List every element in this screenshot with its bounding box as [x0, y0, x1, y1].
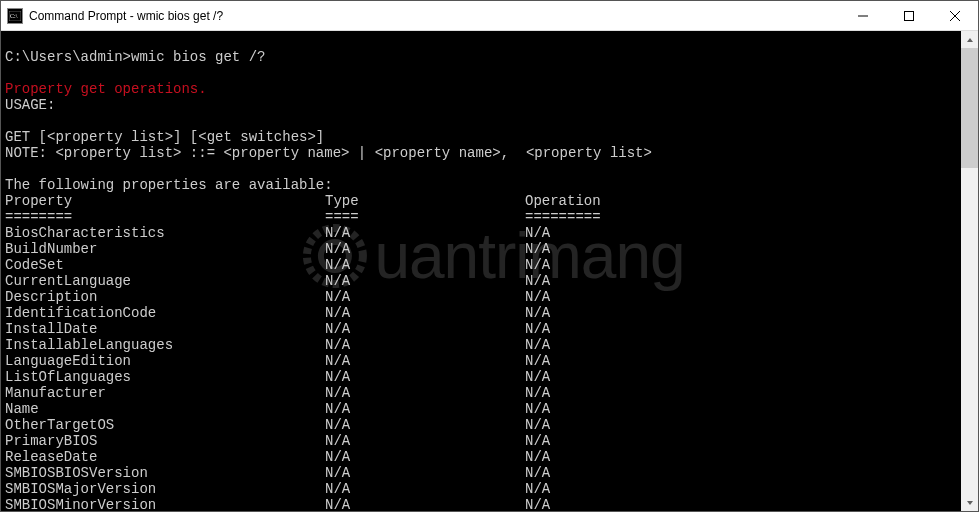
cell-property: BiosCharacteristics: [5, 225, 325, 241]
cell-property: ListOfLanguages: [5, 369, 325, 385]
table-row: DescriptionN/AN/A: [5, 289, 974, 305]
cell-operation: N/A: [525, 465, 974, 481]
minimize-button[interactable]: [840, 1, 886, 30]
cell-type: N/A: [325, 289, 525, 305]
scroll-up-button[interactable]: [961, 31, 978, 48]
table-row: ListOfLanguagesN/AN/A: [5, 369, 974, 385]
maximize-button[interactable]: [886, 1, 932, 30]
cell-operation: N/A: [525, 289, 974, 305]
cell-operation: N/A: [525, 481, 974, 497]
cell-property: CodeSet: [5, 257, 325, 273]
table-row: CurrentLanguageN/AN/A: [5, 273, 974, 289]
cell-type: N/A: [325, 449, 525, 465]
header-operation: Operation: [525, 193, 974, 209]
cell-property: LanguageEdition: [5, 353, 325, 369]
table-header: PropertyTypeOperation: [5, 193, 974, 209]
table-row: SMBIOSMajorVersionN/AN/A: [5, 481, 974, 497]
terminal-output[interactable]: C:\Users\admin>wmic bios get /? Property…: [1, 31, 978, 511]
cell-property: InstallableLanguages: [5, 337, 325, 353]
cmd-icon: C:\: [7, 8, 23, 24]
table-row: InstallableLanguagesN/AN/A: [5, 337, 974, 353]
table-row: IdentificationCodeN/AN/A: [5, 305, 974, 321]
titlebar[interactable]: C:\ Command Prompt - wmic bios get /?: [1, 1, 978, 31]
cell-property: Description: [5, 289, 325, 305]
cell-property: SMBIOSMinorVersion: [5, 497, 325, 511]
titlebar-controls: [840, 1, 978, 30]
cell-type: N/A: [325, 321, 525, 337]
scroll-thumb[interactable]: [961, 48, 978, 168]
header-type: Type: [325, 193, 525, 209]
usage-label: USAGE:: [5, 97, 55, 113]
table-row: ManufacturerN/AN/A: [5, 385, 974, 401]
note-line: NOTE: <property list> ::= <property name…: [5, 145, 652, 161]
cell-operation: N/A: [525, 305, 974, 321]
scroll-track[interactable]: [961, 48, 978, 494]
header-property: Property: [5, 193, 325, 209]
cell-operation: N/A: [525, 385, 974, 401]
cell-property: CurrentLanguage: [5, 273, 325, 289]
cell-type: N/A: [325, 353, 525, 369]
svg-marker-6: [967, 38, 973, 42]
cell-type: N/A: [325, 465, 525, 481]
table-row: BuildNumberN/AN/A: [5, 241, 974, 257]
table-sep: =====================: [5, 209, 974, 225]
cell-property: Manufacturer: [5, 385, 325, 401]
cell-operation: N/A: [525, 497, 974, 511]
cell-type: N/A: [325, 497, 525, 511]
available-label: The following properties are available:: [5, 177, 333, 193]
table-row: InstallDateN/AN/A: [5, 321, 974, 337]
app-window: C:\ Command Prompt - wmic bios get /? C:…: [0, 0, 979, 512]
entered-command: wmic bios get /?: [131, 49, 265, 65]
cell-operation: N/A: [525, 337, 974, 353]
cell-operation: N/A: [525, 449, 974, 465]
cell-property: OtherTargetOS: [5, 417, 325, 433]
cell-type: N/A: [325, 305, 525, 321]
cell-type: N/A: [325, 433, 525, 449]
cell-property: Name: [5, 401, 325, 417]
cell-type: N/A: [325, 241, 525, 257]
get-syntax: GET [<property list>] [<get switches>]: [5, 129, 324, 145]
titlebar-left: C:\ Command Prompt - wmic bios get /?: [7, 8, 223, 24]
cell-type: N/A: [325, 481, 525, 497]
cell-type: N/A: [325, 225, 525, 241]
cell-operation: N/A: [525, 273, 974, 289]
cell-property: PrimaryBIOS: [5, 433, 325, 449]
cell-type: N/A: [325, 385, 525, 401]
cell-operation: N/A: [525, 257, 974, 273]
svg-rect-3: [905, 11, 914, 20]
cell-operation: N/A: [525, 225, 974, 241]
cell-operation: N/A: [525, 369, 974, 385]
cell-property: ReleaseDate: [5, 449, 325, 465]
table-row: PrimaryBIOSN/AN/A: [5, 433, 974, 449]
table-row: LanguageEditionN/AN/A: [5, 353, 974, 369]
cell-property: InstallDate: [5, 321, 325, 337]
cell-operation: N/A: [525, 433, 974, 449]
table-row: CodeSetN/AN/A: [5, 257, 974, 273]
table-row: SMBIOSMinorVersionN/AN/A: [5, 497, 974, 511]
table-row: NameN/AN/A: [5, 401, 974, 417]
vertical-scrollbar[interactable]: [961, 31, 978, 511]
cell-property: SMBIOSBIOSVersion: [5, 465, 325, 481]
section-heading: Property get operations.: [5, 81, 207, 97]
cell-type: N/A: [325, 337, 525, 353]
cell-type: N/A: [325, 369, 525, 385]
svg-marker-7: [967, 501, 973, 505]
table-row: SMBIOSBIOSVersionN/AN/A: [5, 465, 974, 481]
cell-type: N/A: [325, 417, 525, 433]
cell-type: N/A: [325, 273, 525, 289]
cell-operation: N/A: [525, 321, 974, 337]
close-button[interactable]: [932, 1, 978, 30]
svg-text:C:\: C:\: [10, 13, 18, 19]
scroll-down-button[interactable]: [961, 494, 978, 511]
table-row: BiosCharacteristicsN/AN/A: [5, 225, 974, 241]
cell-operation: N/A: [525, 417, 974, 433]
cell-operation: N/A: [525, 353, 974, 369]
table-row: ReleaseDateN/AN/A: [5, 449, 974, 465]
cell-property: BuildNumber: [5, 241, 325, 257]
cell-operation: N/A: [525, 241, 974, 257]
cell-property: SMBIOSMajorVersion: [5, 481, 325, 497]
cell-type: N/A: [325, 257, 525, 273]
table-row: OtherTargetOSN/AN/A: [5, 417, 974, 433]
window-title: Command Prompt - wmic bios get /?: [29, 9, 223, 23]
prompt: C:\Users\admin>: [5, 49, 131, 65]
